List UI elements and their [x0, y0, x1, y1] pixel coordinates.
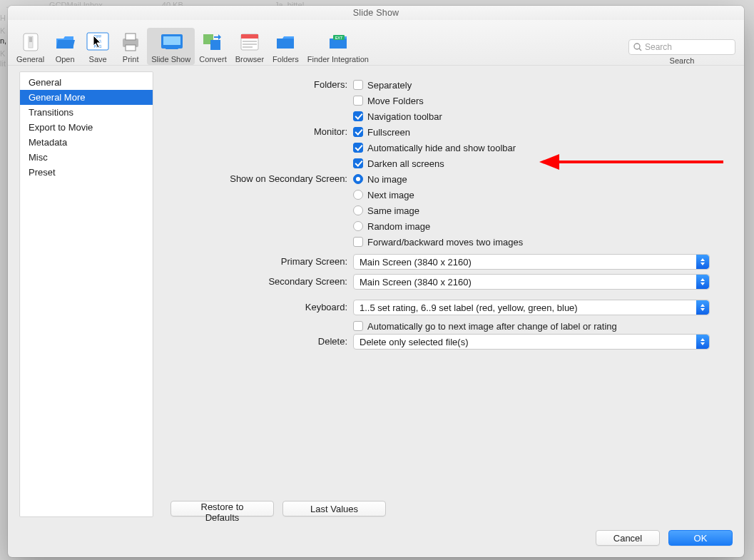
browser-icon: [238, 31, 261, 54]
folder-ext-icon: EXT: [327, 31, 350, 54]
svg-rect-19: [243, 46, 253, 48]
window-title: Slide Show: [8, 6, 744, 20]
chevron-updown-icon: [696, 335, 709, 349]
printer-icon: [119, 31, 142, 54]
sidebar: General General More Transitions Export …: [19, 71, 153, 517]
sidebar-item-general[interactable]: General: [20, 75, 153, 90]
sidebar-item-transitions[interactable]: Transitions: [20, 105, 153, 120]
last-values-button[interactable]: Last Values: [282, 501, 386, 516]
select-secondary-screen[interactable]: Main Screen (3840 x 2160): [353, 274, 710, 290]
switch-icon: [19, 31, 42, 54]
label-monitor: Monitor:: [161, 124, 353, 140]
convert-icon: [201, 31, 224, 54]
sidebar-item-metadata[interactable]: Metadata: [20, 135, 153, 150]
cancel-button[interactable]: Cancel: [596, 530, 660, 546]
select-delete[interactable]: Delete only selected file(s): [353, 334, 710, 350]
chevron-updown-icon: [696, 300, 709, 315]
sidebar-item-export[interactable]: Export to Movie: [20, 120, 153, 135]
svg-rect-9: [126, 45, 136, 51]
svg-rect-14: [210, 40, 220, 50]
check-navigation-toolbar[interactable]: Navigation toolbar: [353, 108, 733, 124]
select-primary-screen[interactable]: Main Screen (3840 x 2160): [353, 254, 710, 270]
svg-rect-2: [29, 37, 32, 42]
toolbar: General Open TIFFJPGPNGSave Print Slide …: [8, 20, 744, 66]
svg-rect-18: [243, 44, 257, 45]
label-delete: Delete:: [161, 334, 353, 350]
preferences-window: Slide Show General Open TIFFJPGPNGSave P…: [8, 6, 744, 557]
check-fullscreen[interactable]: Fullscreen: [353, 124, 733, 140]
toolbar-finder[interactable]: EXTFinder Integration: [303, 28, 373, 65]
chevron-updown-icon: [696, 255, 709, 269]
search-label: Search: [670, 56, 695, 65]
slideshow-icon: [160, 31, 183, 54]
folder-open-icon: [54, 31, 76, 54]
toolbar-general[interactable]: General: [12, 28, 49, 65]
toolbar-convert[interactable]: Convert: [195, 28, 231, 65]
label-primary: Primary Screen:: [161, 254, 353, 270]
toolbar-search: Search Search: [628, 39, 740, 65]
svg-rect-16: [241, 34, 258, 39]
check-auto-next[interactable]: Automatically go to next image after cha…: [353, 318, 733, 334]
toolbar-browser[interactable]: Browser: [231, 28, 268, 65]
folder-icon: [274, 31, 297, 54]
svg-rect-17: [243, 41, 257, 42]
check-auto-hide-toolbar[interactable]: Automatically hide and show toolbar: [353, 140, 733, 156]
toolbar-open[interactable]: Open: [49, 28, 81, 65]
radio-same-image[interactable]: Same image: [353, 203, 733, 218]
toolbar-folders[interactable]: Folders: [268, 28, 303, 65]
toolbar-slideshow[interactable]: Slide Show: [147, 28, 195, 65]
radio-next-image[interactable]: Next image: [353, 187, 733, 203]
svg-line-23: [639, 49, 641, 51]
svg-rect-11: [163, 36, 180, 45]
chevron-updown-icon: [696, 275, 709, 289]
svg-text:EXT: EXT: [335, 36, 343, 40]
search-icon: [633, 43, 642, 51]
radio-no-image[interactable]: No image: [353, 171, 733, 187]
toolbar-print[interactable]: Print: [114, 28, 147, 65]
svg-rect-12: [165, 47, 178, 49]
cursor-icon: [93, 36, 105, 50]
restore-defaults-button[interactable]: Restore to Defaults: [170, 501, 274, 516]
sidebar-item-general-more[interactable]: General More: [20, 90, 153, 105]
select-keyboard[interactable]: 1..5 set rating, 6..9 set label (red, ye…: [353, 300, 710, 315]
label-secondary-show: Show on Secondary Screen:: [161, 171, 353, 187]
radio-random-image[interactable]: Random image: [353, 218, 733, 234]
check-move-folders[interactable]: Move Folders: [353, 93, 733, 108]
label-secondary: Secondary Screen:: [161, 274, 353, 290]
sidebar-item-misc[interactable]: Misc: [20, 150, 153, 165]
check-separately[interactable]: Separately: [353, 77, 733, 93]
svg-point-22: [634, 44, 640, 49]
sidebar-item-preset[interactable]: Preset: [20, 165, 153, 180]
form-panel: Folders: Separately Move Folders Navigat…: [161, 71, 733, 517]
svg-rect-8: [126, 34, 136, 40]
search-input[interactable]: Search: [628, 39, 735, 55]
label-keyboard: Keyboard:: [161, 300, 353, 315]
check-darken-screens[interactable]: Darken all screens: [353, 156, 733, 171]
label-folders: Folders:: [161, 77, 353, 93]
check-fwd-back-two[interactable]: Forward/backward moves two images: [353, 234, 733, 250]
ok-button[interactable]: OK: [668, 530, 733, 546]
